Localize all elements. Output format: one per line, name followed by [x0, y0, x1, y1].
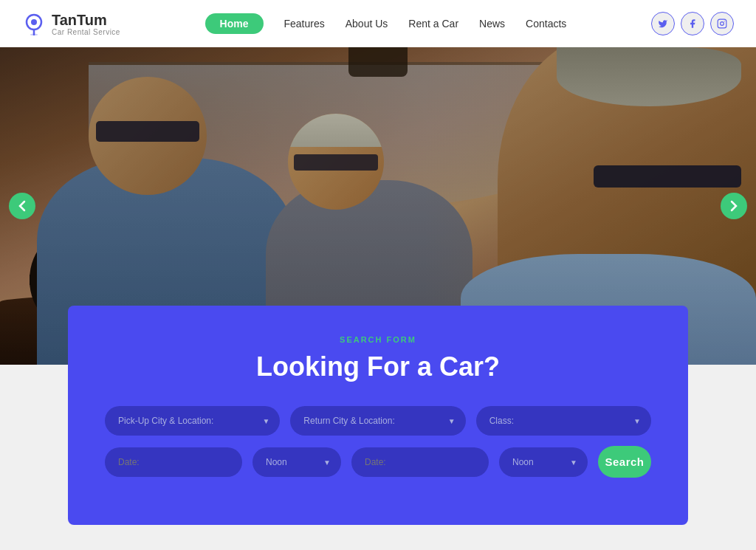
search-title: Looking For a Car? [105, 351, 651, 382]
logo[interactable]: TanTum Car Rental Service [22, 12, 120, 36]
nav-news[interactable]: News [479, 13, 505, 34]
time1-select-wrap: Noon Morning Afternoon Evening ▼ [252, 447, 341, 477]
time2-select[interactable]: Noon Morning Afternoon Evening [499, 447, 588, 477]
social-icons [651, 12, 734, 35]
carousel-prev-button[interactable] [9, 193, 35, 219]
brand-name: TanTum [52, 12, 120, 28]
chevron-right-icon [730, 200, 738, 212]
date1-input[interactable] [105, 447, 242, 477]
class-select-wrap: Class: Economy Compact Standard Full-Siz… [476, 406, 651, 436]
facebook-icon [687, 18, 698, 29]
search-row-2: Noon Morning Afternoon Evening ▼ Noon Mo… [105, 446, 651, 478]
date2-input[interactable] [351, 447, 489, 477]
time2-select-wrap: Noon Morning Afternoon Evening ▼ [499, 447, 588, 477]
facebook-button[interactable] [681, 12, 704, 35]
carousel-next-button[interactable] [721, 193, 747, 219]
twitter-icon [658, 18, 668, 29]
nav-home[interactable]: Home [205, 13, 264, 34]
nav-features[interactable]: Features [284, 13, 325, 34]
search-section: SEARCH FORM Looking For a Car? Pick-Up C… [68, 306, 688, 525]
time1-select[interactable]: Noon Morning Afternoon Evening [252, 447, 341, 477]
nav-rent[interactable]: Rent a Car [408, 13, 458, 34]
search-button[interactable]: Search [598, 446, 651, 478]
header: TanTum Car Rental Service Home Features … [0, 0, 756, 47]
svg-rect-4 [718, 19, 726, 28]
svg-point-3 [30, 34, 38, 36]
main-nav: Home Features About Us Rent a Car News C… [205, 13, 567, 34]
pickup-select[interactable]: Pick-Up City & Location: New York Los An… [105, 406, 280, 436]
svg-point-6 [724, 21, 725, 21]
instagram-button[interactable] [710, 12, 734, 35]
chevron-left-icon [18, 200, 26, 212]
class-select[interactable]: Class: Economy Compact Standard Full-Siz… [476, 406, 651, 436]
search-row-1: Pick-Up City & Location: New York Los An… [105, 406, 651, 436]
return-select[interactable]: Return City & Location: New York Los Ang… [290, 406, 465, 436]
twitter-button[interactable] [651, 12, 675, 35]
search-section-label: SEARCH FORM [105, 335, 651, 344]
svg-point-5 [721, 22, 724, 26]
instagram-icon [717, 18, 727, 29]
svg-point-1 [31, 19, 37, 25]
search-outer: SEARCH FORM Looking For a Car? Pick-Up C… [0, 306, 756, 550]
return-select-wrap: Return City & Location: New York Los Ang… [290, 406, 465, 436]
logo-icon [22, 12, 46, 35]
pickup-select-wrap: Pick-Up City & Location: New York Los An… [105, 406, 280, 436]
nav-about[interactable]: About Us [346, 13, 388, 34]
brand-subtitle: Car Rental Service [52, 28, 120, 36]
nav-contacts[interactable]: Contacts [526, 13, 566, 34]
